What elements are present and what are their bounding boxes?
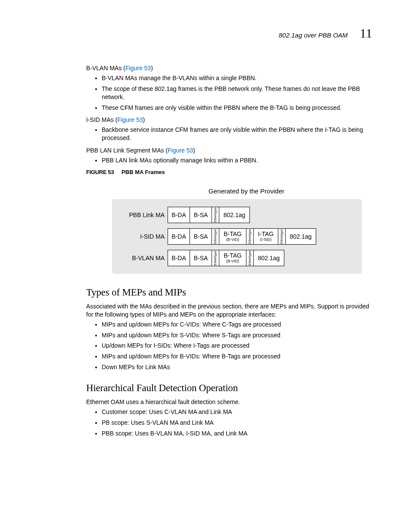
types-intro: Associated with the MAs described in the… <box>86 302 372 319</box>
diagram-row-isid: I-SID MA B-DA B-SA Ethertype B-TAG (B-VI… <box>118 228 351 245</box>
list-item: Down MEPs for Link MAs <box>102 363 372 371</box>
isid-heading-pre: I-SID MAs ( <box>86 116 117 123</box>
diagram-cell-ethertype: Ethertype <box>212 228 219 245</box>
diagram-cell-bsa: B-SA <box>190 228 212 245</box>
diagram-cell-ethertype: Ethertype <box>246 228 254 245</box>
diagram-row-pbb-link: PBB Link MA B-DA B-SA Ethertype 802.1ag <box>118 207 351 223</box>
list-item: The scope of these 802.1ag frames is the… <box>102 85 372 101</box>
diagram-row-bvlan: B-VLAN MA B-DA B-SA Ethertype B-TAG (B-V… <box>118 250 351 266</box>
pbblan-figure-link[interactable]: Figure 53 <box>168 147 193 154</box>
ethertype-label: Ethertype <box>248 251 252 265</box>
diagram-cell-ethertype: Ethertype <box>278 228 286 245</box>
diagram-cell-ethertype: Ethertype <box>246 250 254 266</box>
hier-intro: Ethernet OAM uses a hierarchical fault d… <box>86 398 372 406</box>
diagram-cell-itag: I-TAG (I-SID) <box>253 228 278 245</box>
page: 802.1ag over PBB OAM 11 B-VLAN MAs (Figu… <box>0 0 411 532</box>
isid-heading: I-SID MAs (Figure 53) <box>86 116 372 124</box>
bvlan-figure-link[interactable]: Figure 53 <box>125 65 151 72</box>
hier-heading: Hierarchical Fault Detection Operation <box>86 383 372 394</box>
list-item: Up/down MEPs for I-SIDs: Where I-Tags ar… <box>102 342 372 350</box>
diagram-cell-bda: B-DA <box>168 250 190 266</box>
diagram-cell-btag: B-TAG (B-VID) <box>219 228 246 245</box>
isid-list: Backbone service instance CFM frames are… <box>86 126 372 142</box>
pbblan-heading-post: ) <box>193 147 195 154</box>
diagram-cell-bda: B-DA <box>168 228 190 245</box>
diagram-cell-bsa: B-SA <box>190 207 212 223</box>
page-header: 802.1ag over PBB OAM 11 <box>86 26 372 40</box>
list-item: MIPs and up/down MEPs for S-VIDs: Where … <box>102 331 372 339</box>
diagram-row-label: PBB Link MA <box>118 207 168 223</box>
ethertype-label: Ethertype <box>280 229 283 244</box>
diagram-cell-8021ag: 802.1ag <box>285 228 316 245</box>
diagram-row-label: B-VLAN MA <box>118 250 168 266</box>
figure-diagram: PBB Link MA B-DA B-SA Ethertype 802.1ag … <box>112 199 362 274</box>
figure-label: FIGURE 53 <box>86 169 114 175</box>
list-item: MIPs and up/down MEPs for B-VIDs: Where … <box>102 352 372 361</box>
types-list: MIPs and up/down MEPs for C-VIDs: Where … <box>86 320 372 371</box>
diagram-cell-ethertype: Ethertype <box>212 207 219 223</box>
pbblan-heading: PBB LAN Link Segment MAs (Figure 53) <box>86 146 372 155</box>
header-section-title: 802.1ag over PBB OAM <box>279 31 348 39</box>
itag-sublabel: (I-SID) <box>260 238 272 242</box>
diagram-cell-ethertype: Ethertype <box>212 250 219 266</box>
btag-sublabel: (B-VID) <box>226 259 239 263</box>
figure-top-caption: Generated by the Provider <box>86 187 372 195</box>
ethertype-label: Ethertype <box>214 208 217 222</box>
ethertype-label: Ethertype <box>214 229 217 244</box>
types-heading: Types of MEPs and MIPs <box>86 287 372 298</box>
figure-caption: FIGURE 53 PBB MA Frames <box>86 169 372 175</box>
btag-label: B-TAG <box>224 231 242 237</box>
diagram-cell-btag: B-TAG (B-VID) <box>219 250 246 266</box>
list-item: PBB scope: Uses B-VLAN MA, I-SID MA, and… <box>102 429 372 438</box>
list-item: Backbone service instance CFM frames are… <box>102 126 372 142</box>
diagram-cell-bsa: B-SA <box>190 250 212 266</box>
ethertype-label: Ethertype <box>248 229 252 244</box>
itag-label: I-TAG <box>258 231 274 237</box>
figure-title: PBB MA Frames <box>121 169 165 175</box>
list-item: PBB LAN link MAs optionally manage links… <box>102 156 372 165</box>
bvlan-list: B-VLAN MAs manage the B-VLANs within a s… <box>86 74 372 112</box>
list-item: MIPs and up/down MEPs for C-VIDs: Where … <box>102 320 372 329</box>
isid-figure-link[interactable]: Figure 53 <box>117 116 143 123</box>
list-item: Customer scope: Uses C-VLAN MA and Link … <box>102 408 372 416</box>
hier-list: Customer scope: Uses C-VLAN MA and Link … <box>86 408 372 438</box>
bvlan-heading: B-VLAN MAs (Figure 53) <box>86 64 372 72</box>
isid-heading-post: ) <box>143 116 145 123</box>
btag-label: B-TAG <box>224 252 242 258</box>
diagram-cell-8021ag: 802.1ag <box>219 207 250 223</box>
diagram-cell-8021ag: 802.1ag <box>253 250 284 266</box>
bvlan-heading-post: ) <box>151 65 153 72</box>
bvlan-heading-pre: B-VLAN MAs ( <box>86 65 125 72</box>
diagram-row-label: I-SID MA <box>118 228 168 245</box>
btag-sublabel: (B-VID) <box>226 238 239 242</box>
diagram-cell-bda: B-DA <box>168 207 190 223</box>
list-item: PB scope: Uses S-VLAN MA and Link MA <box>102 419 372 427</box>
pbblan-list: PBB LAN link MAs optionally manage links… <box>86 156 372 165</box>
list-item: B-VLAN MAs manage the B-VLANs within a s… <box>102 74 372 82</box>
figure-diagram-wrap: Generated by the Provider PBB Link MA B-… <box>86 187 372 274</box>
header-chapter-number: 11 <box>360 26 372 40</box>
ethertype-label: Ethertype <box>214 251 217 265</box>
list-item: These CFM frames are only visible within… <box>102 104 372 112</box>
pbblan-heading-pre: PBB LAN Link Segment MAs ( <box>86 147 168 154</box>
